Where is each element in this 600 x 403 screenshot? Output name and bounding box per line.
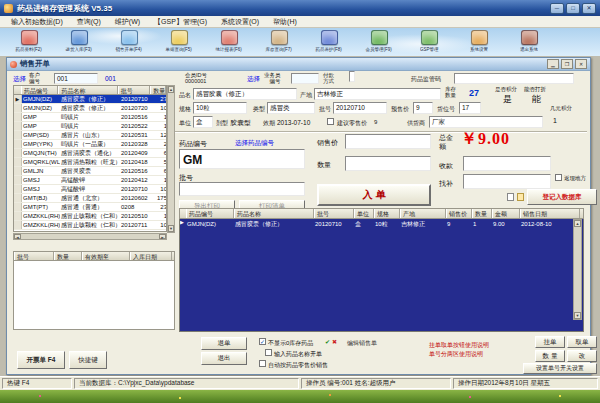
minimize-button[interactable]: ─ [550,3,564,14]
shelf-no-label: 货位号 [437,105,455,114]
expiry-value: 2013-07-10 [277,119,310,126]
status-database: 当前数据库：C:\Ypjxc_Data\ypdatabase [74,378,299,389]
column-header[interactable]: 批号 [14,252,54,260]
column-header[interactable]: 金额 [492,209,520,218]
payment-method-select[interactable] [349,71,355,82]
salesman-no-input[interactable] [291,73,319,84]
column-header[interactable]: 药品名称 [58,86,117,94]
name-entry-checkbox[interactable] [265,349,272,356]
toolbar-button[interactable]: 单据查询(F5) [162,30,196,52]
edit-sale-label[interactable]: 编辑销售单 [347,339,377,348]
column-header[interactable]: 产地 [400,209,446,218]
column-header[interactable]: 有效期至 [82,252,130,260]
table-cell: GMT(BJ) [22,195,60,201]
quantity-button[interactable]: 数 量 [535,350,565,362]
origin-label: 产地 [300,91,312,100]
sales-window-titlebar[interactable]: 销售开单 ▁ ❐ ✕ [7,58,590,71]
toolbar-button[interactable]: 进货入库(F3) [62,30,96,52]
toolbar-button[interactable]: 会员管理(F9) [362,30,396,52]
stock-horizontal-scrollbar[interactable]: ◄ ► [13,233,167,240]
hide-zero-stock-checkbox[interactable]: ✓ [259,338,266,345]
sale-price-input[interactable] [345,134,431,149]
table-cell: 吗镇片 [60,113,120,122]
column-header[interactable]: 销售日期 [520,209,580,218]
sales-restore-button[interactable]: ❐ [561,59,573,69]
toolbar-button[interactable]: 系统设置 [462,30,496,52]
batch-table-header: 批号数量有效期至入库日期 [13,251,175,261]
menu-item[interactable]: 查询(Q) [70,17,108,27]
close-button[interactable]: ✕ [582,3,596,14]
enter-order-button[interactable]: 入 单 [317,184,431,206]
dosage-form-value: 胶囊型 [230,118,251,128]
entry-batch-input[interactable] [179,182,305,196]
column-header[interactable]: 批号 [118,86,151,94]
column-header[interactable]: 规格 [374,209,400,218]
sold-table-body: GMJN(DZ)感冒胶囊（修正）20120710盒10粒吉林修正919.0020… [179,219,584,332]
select-drug-code-link[interactable]: 选择药品编号 [235,139,274,148]
change-input[interactable] [463,174,551,189]
toolbar-button[interactable]: GSP管理 [412,30,446,52]
customer-no-input[interactable]: 001 [54,73,98,84]
page-icon [507,193,514,201]
return-order-button[interactable]: 退单 [201,337,247,350]
menu-item[interactable]: 帮助(H) [266,17,304,27]
menu-item[interactable]: 输入初始数据(D) [4,17,70,27]
cashback-checkbox[interactable] [555,174,562,181]
table-row[interactable]: GMJN(DZ)感冒胶囊（修正）20120710盒10粒吉林修正919.0020… [180,219,583,229]
register-database-button[interactable]: 登记入数据库 [527,189,597,205]
table-cell: 10 [153,105,167,111]
column-header[interactable]: 数量 [54,252,82,260]
scroll-down-icon: ▼ [574,312,581,319]
toolbar-label: 退出系统 [520,46,538,51]
menu-item[interactable]: 维护(W) [108,17,147,27]
hotkey-button[interactable]: 快捷键 [69,351,107,369]
stock-vertical-scrollbar[interactable]: ▲ ▼ [167,85,175,233]
exit-button[interactable]: 退出 [201,352,247,365]
maximize-button[interactable]: □ [566,3,580,14]
column-header[interactable]: 药品名称 [234,209,314,218]
select-customer-link[interactable]: 选择 [13,75,26,84]
suggest-price-label: 建议零售价 [337,119,367,128]
toolbar-button[interactable]: 库存查询(F7) [262,30,296,52]
pill-box-icon [21,30,38,45]
modify-button[interactable]: 改 [567,350,597,362]
table-cell: 感冒清热颗粒（旺龙） [60,158,120,167]
quantity-input[interactable] [345,156,431,171]
column-header[interactable]: 批号 [314,209,354,218]
column-header[interactable]: 单位 [354,209,374,218]
sales-minimize-button[interactable]: ▁ [547,59,559,69]
column-header[interactable]: 销售价 [446,209,472,218]
toolbar-button[interactable]: 退出系统 [512,30,546,52]
table-row[interactable]: GMZKKL(RH)感冒止咳颗粒（仁和）2012071110 [14,221,166,230]
toolbar-button[interactable]: 药品养护(F8) [312,30,346,52]
toolbar-button[interactable]: 统计报表(F6) [212,30,246,52]
menu-item[interactable]: 系统设置(O) [214,17,266,27]
menu-item[interactable]: 【GSP】管理(G) [147,17,214,27]
toolbar-button[interactable]: 药品资料(F2) [12,30,46,52]
column-header[interactable]: 入库日期 [130,252,172,260]
titlebar: 药品进销存管理系统 V5.35 ─ □ ✕ [0,0,600,16]
suggest-price-checkbox[interactable] [327,118,334,125]
table-cell: 20120710 [120,96,153,102]
toolbar-button[interactable]: 销售开单(F4) [112,30,146,52]
column-header[interactable]: 数量 [472,209,492,218]
column-header[interactable]: 数量 [150,86,166,94]
points-flag-value: 是 [503,93,512,106]
table-cell: 27 [153,96,167,102]
auto-price-checkbox[interactable] [259,360,266,367]
name-entry-label: 输入药品名称开单 [274,350,322,359]
recall-order-button[interactable]: 取单 [567,336,597,348]
column-header[interactable]: 药品编号 [21,86,58,94]
invoice-button[interactable]: 开票单 F4 [17,351,65,369]
sold-vertical-scrollbar[interactable]: ▲ ▼ [573,219,582,320]
hold-order-button[interactable]: 挂单 [535,336,565,348]
origin-value: 吉林修正 [314,88,441,100]
order-no-setting-button[interactable]: 设置单号开关设置 [523,363,597,374]
sales-close-button[interactable]: ✕ [575,59,587,69]
received-input[interactable] [463,156,551,171]
column-header[interactable]: 药品编号 [186,209,234,218]
select-salesman-link[interactable]: 选择 [247,75,260,84]
drug-code-input[interactable]: GM [179,149,305,169]
total-amount: ￥9.00 [461,129,510,150]
supervision-code-input[interactable] [454,73,574,84]
